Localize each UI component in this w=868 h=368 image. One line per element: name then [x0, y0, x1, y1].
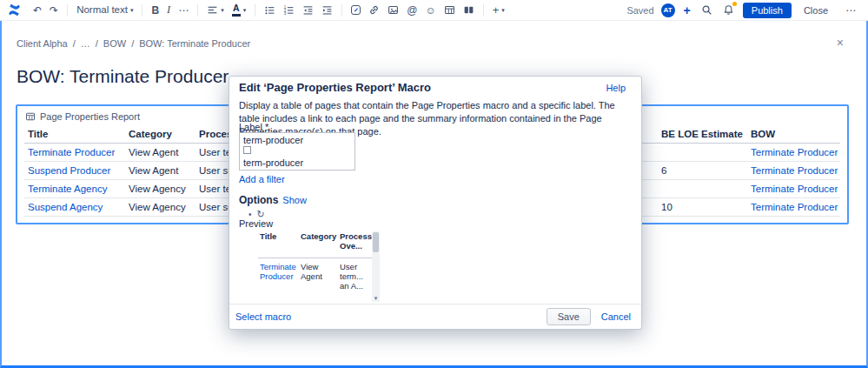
- scroll-down-arrow-icon[interactable]: ▾: [372, 294, 380, 302]
- preview-table: Title Category Process Ove... Terminate …: [258, 230, 373, 291]
- italic-icon: I: [167, 4, 170, 16]
- redo-button[interactable]: ↷: [46, 3, 62, 17]
- label-field-label: Label*: [239, 122, 268, 132]
- estimate-cell: [658, 180, 747, 198]
- bow-link[interactable]: Terminate Producer: [751, 165, 838, 176]
- preview-scrollbar[interactable]: ▾: [372, 231, 380, 302]
- preview-column-process: Process Ove...: [338, 230, 373, 258]
- page-link[interactable]: Suspend Agency: [28, 202, 103, 212]
- table-icon: [444, 4, 455, 16]
- bow-link[interactable]: Terminate Producer: [751, 147, 838, 157]
- italic-button[interactable]: I: [163, 3, 174, 17]
- save-button[interactable]: Save: [547, 308, 591, 325]
- required-asterisk: *: [265, 122, 268, 132]
- bullet-list-icon: [264, 4, 275, 16]
- macro-name: Page Properties Report: [40, 111, 140, 122]
- avatar[interactable]: AT: [661, 3, 675, 17]
- bold-button[interactable]: B: [148, 3, 162, 17]
- notifications-button[interactable]: [721, 3, 736, 17]
- image-icon: [388, 4, 399, 16]
- layouts-icon: [463, 4, 474, 16]
- page-title[interactable]: BOW: Terminate Producer: [17, 66, 229, 87]
- preview-header-row: Title Category Process Ove...: [258, 230, 373, 258]
- link-button[interactable]: [365, 3, 383, 17]
- breadcrumb-item-space[interactable]: Client Alpha: [17, 38, 68, 49]
- breadcrumb-item-current[interactable]: BOW: Terminate Producer: [139, 38, 250, 49]
- edit-macro-dialog: Edit ‘Page Properties Report’ Macro Help…: [229, 76, 642, 330]
- close-icon[interactable]: ×: [837, 36, 844, 50]
- emoji-icon: ☺: [426, 5, 436, 16]
- notification-badge: [732, 2, 737, 6]
- label-input[interactable]: term-producer: [239, 132, 355, 157]
- chevron-down-icon: ▾: [243, 7, 247, 13]
- bold-icon: B: [151, 5, 159, 16]
- undo-icon: ↶: [33, 5, 42, 16]
- scrollbar-thumb[interactable]: [373, 232, 379, 252]
- invite-button[interactable]: +: [682, 4, 692, 17]
- label-value: term-producer: [243, 135, 303, 145]
- mention-icon: @: [407, 5, 417, 16]
- category-cell: View Agency: [125, 198, 195, 217]
- add-filter-link[interactable]: Add a filter: [239, 174, 285, 184]
- mention-button[interactable]: @: [403, 3, 421, 17]
- insert-image-button[interactable]: [384, 3, 402, 17]
- layouts-button[interactable]: [460, 3, 478, 17]
- confluence-logo-icon: [7, 3, 22, 17]
- page-link[interactable]: Suspend Producer: [28, 165, 110, 176]
- action-item-button[interactable]: ✓: [348, 3, 364, 17]
- preview-process-cell: User term... an A...: [338, 258, 373, 291]
- publish-button[interactable]: Publish: [743, 3, 792, 18]
- breadcrumb-item-parent[interactable]: BOW: [103, 38, 126, 49]
- bow-link[interactable]: Terminate Producer: [751, 202, 838, 212]
- link-icon: [368, 4, 380, 16]
- toolbar-left-group: ↶ ↷ Normal text ▾ B I ⋯ ▾ A: [7, 2, 508, 18]
- macro-preview-panel: Title Category Process Ove... Terminate …: [239, 230, 380, 302]
- cancel-link[interactable]: Cancel: [601, 311, 631, 322]
- select-macro-link[interactable]: Select macro: [235, 311, 291, 322]
- text-color-bar: [232, 14, 241, 17]
- dialog-footer: Select macro Save Cancel: [229, 304, 641, 329]
- page-link[interactable]: Terminate Producer: [28, 147, 115, 157]
- breadcrumb-separator: /: [131, 38, 134, 49]
- bow-link[interactable]: Terminate Producer: [751, 184, 838, 194]
- show-options-link[interactable]: Show: [282, 195, 307, 205]
- close-editor-button[interactable]: Close: [798, 4, 833, 17]
- numbered-list-button[interactable]: 1 2 3: [280, 3, 298, 17]
- bullet-list-button[interactable]: [261, 3, 279, 17]
- toolbar-divider: [142, 4, 142, 17]
- editor-toolbar: ↶ ↷ Normal text ▾ B I ⋯ ▾ A: [0, 0, 868, 21]
- text-color-icon: A: [232, 3, 241, 17]
- text-color-dropdown[interactable]: A ▾: [229, 2, 250, 18]
- emoji-button[interactable]: ☺: [422, 3, 440, 17]
- column-header-estimate: BE LOE Estimate: [658, 126, 747, 144]
- align-left-icon: [207, 4, 218, 16]
- indent-button[interactable]: [318, 3, 336, 17]
- chevron-down-icon: ▾: [501, 7, 505, 13]
- svg-text:3: 3: [284, 11, 287, 16]
- more-actions-button[interactable]: ⋯: [840, 3, 861, 17]
- preview-page-link[interactable]: Terminate Producer: [260, 262, 296, 281]
- undo-button[interactable]: ↶: [30, 3, 45, 17]
- insert-more-dropdown[interactable]: + ▾: [489, 3, 508, 17]
- category-cell: View Agent: [125, 162, 195, 180]
- insert-table-button[interactable]: [441, 3, 459, 17]
- toolbar-divider: [255, 4, 255, 17]
- column-header-title: Title: [24, 126, 125, 144]
- plus-icon: +: [493, 4, 500, 16]
- dialog-title: Edit ‘Page Properties Report’ Macro: [239, 81, 431, 94]
- alignment-dropdown[interactable]: ▾: [203, 3, 228, 17]
- outdent-button[interactable]: [299, 3, 317, 17]
- redo-icon: ↷: [50, 5, 58, 16]
- breadcrumb-ellipsis[interactable]: …: [81, 38, 90, 49]
- text-style-dropdown[interactable]: Normal text ▾: [73, 3, 136, 17]
- more-formatting-button[interactable]: ⋯: [175, 3, 192, 17]
- numbered-list-icon: 1 2 3: [283, 4, 295, 16]
- help-link[interactable]: Help: [606, 83, 626, 93]
- label-suggestion-option[interactable]: term-producer: [239, 156, 355, 171]
- action-item-icon: ✓: [351, 5, 361, 15]
- toolbar-right-group: Saved AT + Publish Close ⋯: [626, 3, 861, 18]
- column-header-category: Category: [125, 126, 195, 144]
- options-heading: Options: [239, 194, 278, 206]
- search-button[interactable]: [699, 3, 714, 17]
- page-link[interactable]: Terminate Agency: [28, 184, 107, 194]
